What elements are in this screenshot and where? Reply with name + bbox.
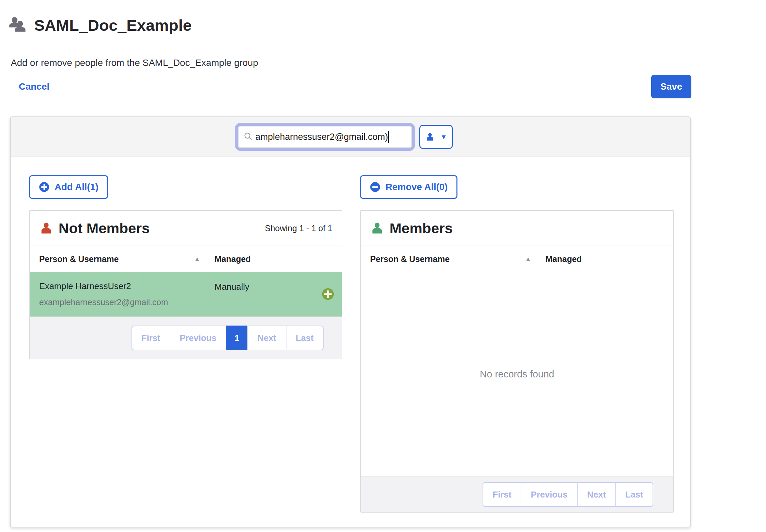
not-members-footer: First Previous 1 Next Last bbox=[30, 317, 342, 359]
row-person-username: exampleharnessuser2@gmail.com bbox=[39, 297, 215, 307]
add-user-button[interactable] bbox=[322, 288, 334, 300]
column-person-username[interactable]: Person & Username ▲ bbox=[370, 254, 545, 264]
pagination-page-1-button[interactable]: 1 bbox=[226, 326, 248, 350]
pagination-previous-button[interactable]: Previous bbox=[170, 326, 227, 350]
add-all-label: Add All(1) bbox=[55, 182, 98, 192]
not-members-column-headers: Person & Username ▲ Managed bbox=[30, 246, 342, 272]
members-column-headers: Person & Username ▲ Managed bbox=[361, 246, 673, 272]
column-managed[interactable]: Managed bbox=[545, 254, 664, 264]
sort-asc-icon: ▲ bbox=[194, 255, 200, 263]
search-filter-dropdown[interactable]: ▼ bbox=[419, 125, 453, 149]
group-membership-page: SAML_Doc_Example Add or remove people fr… bbox=[0, 0, 766, 532]
members-header: Members bbox=[361, 211, 673, 246]
minus-circle-icon bbox=[370, 182, 380, 192]
not-members-card: Not Members Showing 1 - 1 of 1 Person & … bbox=[29, 210, 342, 359]
members-pagination: First Previous Next Last bbox=[483, 482, 653, 507]
add-all-button[interactable]: Add All(1) bbox=[29, 175, 108, 199]
pagination-next-button[interactable]: Next bbox=[577, 482, 616, 507]
members-title: Members bbox=[390, 220, 453, 237]
search-input[interactable]: ampleharnessuser2@gmail.com) bbox=[238, 126, 412, 148]
not-members-count: Showing 1 - 1 of 1 bbox=[265, 224, 332, 233]
pagination-first-button[interactable]: First bbox=[132, 326, 170, 350]
not-members-header: Not Members Showing 1 - 1 of 1 bbox=[30, 211, 342, 246]
column-managed[interactable]: Managed bbox=[215, 254, 332, 264]
search-toolbar: ampleharnessuser2@gmail.com) ▼ bbox=[11, 117, 690, 157]
save-button[interactable]: Save bbox=[651, 75, 691, 98]
cancel-link[interactable]: Cancel bbox=[19, 81, 50, 92]
plus-circle-green-icon bbox=[322, 288, 334, 300]
members-footer: First Previous Next Last bbox=[361, 476, 673, 512]
row-person-cell: Example HarnessUser2 exampleharnessuser2… bbox=[39, 281, 215, 307]
person-green-icon bbox=[370, 221, 384, 235]
pagination-first-button[interactable]: First bbox=[483, 482, 521, 507]
page-header: SAML_Doc_Example bbox=[9, 16, 192, 34]
row-person-name: Example HarnessUser2 bbox=[39, 281, 215, 291]
not-members-pagination: First Previous 1 Next Last bbox=[132, 326, 324, 350]
text-cursor bbox=[388, 131, 389, 143]
not-members-title: Not Members bbox=[59, 220, 150, 237]
row-managed-cell: Manually bbox=[215, 281, 249, 292]
members-empty-state: No records found bbox=[361, 272, 673, 476]
chevron-down-icon: ▼ bbox=[440, 134, 447, 140]
pagination-previous-button[interactable]: Previous bbox=[521, 482, 578, 507]
search-input-value: ampleharnessuser2@gmail.com) bbox=[255, 132, 388, 142]
members-card: Members Person & Username ▲ Managed No r… bbox=[360, 210, 674, 513]
sort-asc-icon: ▲ bbox=[525, 255, 531, 263]
remove-all-label: Remove All(0) bbox=[386, 182, 448, 192]
pagination-last-button[interactable]: Last bbox=[615, 482, 653, 507]
person-red-icon bbox=[39, 221, 53, 235]
pagination-next-button[interactable]: Next bbox=[247, 326, 286, 350]
pagination-last-button[interactable]: Last bbox=[286, 326, 324, 350]
membership-panel: ampleharnessuser2@gmail.com) ▼ Add All(1… bbox=[10, 116, 691, 527]
remove-all-button[interactable]: Remove All(0) bbox=[360, 175, 457, 199]
plus-circle-icon bbox=[39, 182, 50, 192]
group-icon bbox=[9, 16, 27, 34]
page-title: SAML_Doc_Example bbox=[34, 16, 192, 34]
person-icon bbox=[425, 132, 435, 142]
column-person-username[interactable]: Person & Username ▲ bbox=[39, 254, 215, 264]
table-row[interactable]: Example HarnessUser2 exampleharnessuser2… bbox=[30, 272, 342, 317]
page-subtitle: Add or remove people from the SAML_Doc_E… bbox=[11, 58, 258, 68]
search-icon bbox=[243, 131, 253, 142]
